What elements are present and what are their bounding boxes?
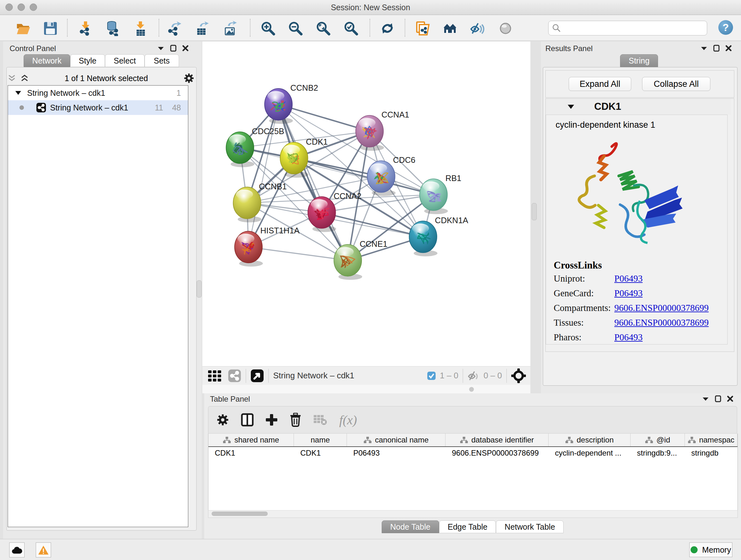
- tab-node-table[interactable]: Node Table: [382, 520, 439, 533]
- memory-button[interactable]: Memory: [689, 543, 732, 557]
- tab-string[interactable]: String: [620, 54, 658, 67]
- clone-network-icon[interactable]: [415, 21, 430, 36]
- network-node-CCNB1[interactable]: CCNB1: [233, 182, 287, 223]
- zoom-in-icon[interactable]: [260, 21, 276, 36]
- column-header-namespac[interactable]: namespac: [685, 434, 738, 446]
- highlight-icon[interactable]: [498, 21, 513, 36]
- network-canvas[interactable]: CCNB2CCNA1CDC25BCDK1CDC6RB1CCNB1CCNA2CDK…: [202, 42, 530, 366]
- open-file-icon[interactable]: [15, 21, 30, 36]
- panel-menu-icon[interactable]: [702, 396, 709, 401]
- network-node-CDK1[interactable]: CDK1: [280, 137, 328, 178]
- expand-all-button[interactable]: Expand All: [569, 77, 631, 91]
- birdseye-view-icon[interactable]: [251, 369, 264, 382]
- horizontal-scrollbar[interactable]: [208, 510, 738, 518]
- table-cell[interactable]: CDK1: [294, 447, 347, 459]
- column-header-@id[interactable]: @id: [630, 434, 685, 446]
- column-header-shared-name[interactable]: shared name: [208, 434, 294, 446]
- section-collapse-icon[interactable]: [567, 104, 575, 109]
- export-network-icon[interactable]: [167, 21, 182, 36]
- gene-section-header[interactable]: CDK1: [546, 99, 731, 115]
- network-node-HIST1H1A[interactable]: HIST1H1A: [234, 226, 300, 266]
- expand-all-icon[interactable]: [20, 74, 29, 82]
- delete-column-trash-icon[interactable]: [289, 413, 301, 427]
- search-field[interactable]: [548, 21, 707, 36]
- zoom-fit-content-icon[interactable]: [316, 21, 331, 36]
- first-neighbors-icon[interactable]: [442, 21, 458, 36]
- import-network-from-database-icon[interactable]: [105, 21, 120, 36]
- table-cell[interactable]: 9606.ENSP00000378699: [446, 447, 549, 459]
- tree-expander-icon[interactable]: [15, 90, 21, 96]
- panel-menu-icon[interactable]: [157, 46, 164, 51]
- network-node-CCNE1[interactable]: CCNE1: [334, 240, 387, 280]
- warning-button[interactable]: [36, 543, 51, 557]
- scrollbar-thumb[interactable]: [212, 511, 268, 516]
- export-table-icon[interactable]: [195, 21, 210, 36]
- network-edge[interactable]: [322, 212, 423, 237]
- search-input[interactable]: [564, 23, 707, 33]
- create-column-plus-icon[interactable]: [265, 413, 278, 427]
- crosslink-link[interactable]: 9606.ENSP00000378699: [614, 317, 709, 328]
- network-node-CDKN1A[interactable]: CDKN1A: [409, 216, 468, 256]
- panel-close-icon[interactable]: [182, 45, 189, 51]
- zoom-out-icon[interactable]: [288, 21, 303, 36]
- table-cell[interactable]: CDK1: [208, 447, 294, 459]
- show-columns-icon[interactable]: [241, 413, 254, 427]
- network-edge[interactable]: [249, 247, 348, 260]
- panel-splitter-handle[interactable]: [197, 280, 202, 298]
- tab-network-table[interactable]: Network Table: [496, 520, 563, 533]
- column-header-database-identifier[interactable]: database identifier: [446, 434, 549, 446]
- column-header-name[interactable]: name: [294, 434, 347, 446]
- import-network-from-file-icon[interactable]: [78, 21, 93, 36]
- table-cell[interactable]: stringdb:9...: [630, 447, 685, 459]
- table-cell[interactable]: P06493: [347, 447, 446, 459]
- birdseye-toggle-crosshair-icon[interactable]: [511, 368, 526, 383]
- network-edge[interactable]: [279, 105, 348, 260]
- node-label: CCNB1: [259, 182, 286, 191]
- table-settings-gear-icon[interactable]: [216, 413, 229, 427]
- column-header-description[interactable]: description: [549, 434, 630, 446]
- save-session-icon[interactable]: [43, 21, 58, 36]
- cloud-button[interactable]: [9, 543, 24, 557]
- crosslink-link[interactable]: P06493: [614, 288, 643, 299]
- splitter-dot-handle[interactable]: [469, 387, 474, 392]
- table-cell[interactable]: cyclin-dependent ...: [549, 447, 630, 459]
- panel-close-icon[interactable]: [727, 395, 733, 402]
- tab-select[interactable]: Select: [105, 54, 144, 67]
- node-label: CCNE1: [360, 240, 387, 248]
- collapse-all-icon[interactable]: [8, 74, 17, 82]
- tab-network[interactable]: Network: [23, 54, 70, 67]
- collapse-all-button[interactable]: Collapse All: [642, 77, 711, 91]
- panel-menu-icon[interactable]: [700, 46, 708, 51]
- export-image-icon[interactable]: [223, 21, 238, 36]
- tab-edge-table[interactable]: Edge Table: [439, 520, 496, 533]
- table-row[interactable]: CDK1CDK1P064939606.ENSP00000378699cyclin…: [208, 447, 738, 459]
- table-cell[interactable]: stringdb: [685, 447, 738, 459]
- panel-close-icon[interactable]: [725, 45, 732, 51]
- crosslink-link[interactable]: 9606.ENSP00000378699: [614, 303, 709, 313]
- crosslink-link[interactable]: P06493: [614, 332, 643, 343]
- column-header-canonical-name[interactable]: canonical name: [347, 434, 446, 446]
- network-node-CDC25B[interactable]: CDC25B: [226, 127, 284, 167]
- crosslink-link[interactable]: P06493: [614, 273, 643, 284]
- network-node-RB1[interactable]: RB1: [420, 174, 461, 214]
- panel-float-icon[interactable]: [715, 395, 721, 402]
- network-node-CCNB2[interactable]: CCNB2: [265, 83, 318, 124]
- panel-float-icon[interactable]: [170, 45, 177, 52]
- import-table-from-file-icon[interactable]: [133, 21, 148, 36]
- panel-splitter-handle[interactable]: [532, 203, 537, 220]
- network-node-CDC6[interactable]: CDC6: [367, 155, 415, 196]
- tab-style[interactable]: Style: [70, 54, 105, 67]
- apply-preferred-layout-icon[interactable]: [380, 21, 395, 36]
- grid-view-icon[interactable]: [207, 368, 222, 383]
- help-icon[interactable]: ?: [718, 20, 733, 35]
- tab-sets[interactable]: Sets: [145, 54, 179, 67]
- zoom-selected-icon[interactable]: [343, 21, 359, 36]
- network-options-gear-icon[interactable]: [183, 72, 195, 84]
- string-view-icon[interactable]: [228, 369, 241, 382]
- network-row[interactable]: String Network – cdk1 11 48: [8, 100, 188, 115]
- selected-checkbox-icon[interactable]: [427, 371, 436, 380]
- panel-float-icon[interactable]: [713, 45, 720, 52]
- network-collection-row[interactable]: String Network – cdk1 1: [8, 85, 188, 100]
- network-edge[interactable]: [249, 105, 279, 247]
- show-hide-graphics-icon[interactable]: [470, 21, 485, 36]
